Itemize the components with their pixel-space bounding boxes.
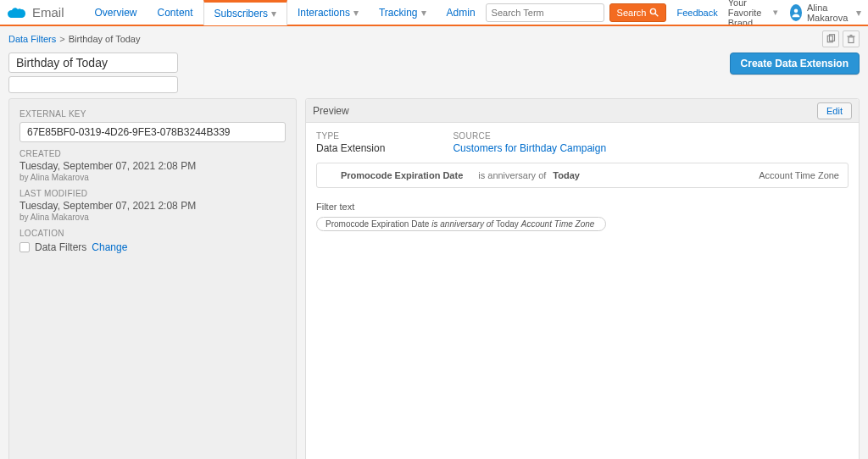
chip-op: is anniversary of bbox=[431, 219, 493, 229]
preview-header: Preview Edit bbox=[306, 99, 859, 123]
search-button-label: Search bbox=[617, 8, 647, 18]
nav-label: Overview bbox=[95, 7, 137, 19]
breadcrumb-sep: > bbox=[59, 34, 64, 44]
search-icon bbox=[649, 8, 659, 17]
modified-label: Last Modified bbox=[19, 189, 286, 198]
salesforce-cloud-icon bbox=[7, 5, 27, 20]
modified-date: Tuesday, September 07, 2021 2:08 PM bbox=[19, 200, 286, 212]
user-menu[interactable]: Alina Makarova ▾ bbox=[790, 3, 861, 23]
preview-type: TYPE Data Extension bbox=[316, 131, 385, 154]
nav-content[interactable]: Content bbox=[147, 0, 203, 25]
filter-operator: is anniversary of bbox=[478, 170, 546, 180]
chip-tz: Account Time Zone bbox=[521, 219, 595, 229]
copy-button[interactable] bbox=[822, 30, 839, 47]
breadcrumb-parent[interactable]: Data Filters bbox=[8, 34, 56, 44]
preview-body: TYPE Data Extension SOURCE Customers for… bbox=[306, 123, 859, 240]
top-bar: Email Overview Content Subscribers▾ Inte… bbox=[0, 0, 868, 25]
preview-title: Preview bbox=[313, 105, 349, 117]
filter-timezone: Account Time Zone bbox=[759, 170, 839, 180]
external-key-label: EXTERNAL KEY bbox=[19, 109, 286, 119]
properties-panel: EXTERNAL KEY Created Tuesday, September … bbox=[8, 98, 297, 459]
nav-label: Content bbox=[158, 7, 193, 19]
nav-tracking[interactable]: Tracking▾ bbox=[369, 0, 437, 25]
brand-label: Your Favorite Brand bbox=[728, 0, 770, 28]
preview-panel: Preview Edit TYPE Data Extension SOURCE … bbox=[305, 98, 860, 459]
search-region: Search bbox=[486, 3, 667, 22]
filter-value: Today bbox=[553, 170, 580, 180]
nav-subscribers[interactable]: Subscribers▾ bbox=[203, 0, 287, 25]
nav-interactions[interactable]: Interactions▾ bbox=[287, 0, 369, 25]
created-date: Tuesday, September 07, 2021 2:08 PM bbox=[19, 160, 286, 172]
folder-icon bbox=[19, 242, 30, 252]
nav-admin[interactable]: Admin bbox=[437, 0, 486, 25]
preview-meta-row: TYPE Data Extension SOURCE Customers for… bbox=[316, 131, 849, 154]
main-content: EXTERNAL KEY Created Tuesday, September … bbox=[0, 98, 868, 459]
svg-point-0 bbox=[651, 8, 656, 14]
chevron-down-icon: ▾ bbox=[773, 7, 778, 18]
external-key-input[interactable] bbox=[19, 122, 286, 142]
filter-desc-input[interactable] bbox=[8, 76, 178, 93]
chevron-down-icon: ▾ bbox=[271, 8, 276, 19]
brand-switcher[interactable]: Your Favorite Brand ▾ bbox=[728, 0, 778, 28]
svg-rect-5 bbox=[849, 37, 854, 43]
chip-field: Promocode Expiration Date bbox=[326, 219, 429, 229]
breadcrumb-current: Birthday of Today bbox=[69, 34, 141, 44]
location-row: Data Filters Change bbox=[19, 241, 286, 253]
user-name: Alina Makarova bbox=[807, 3, 853, 23]
preview-source: SOURCE Customers for Birthday Campaign bbox=[453, 131, 606, 154]
change-location-link[interactable]: Change bbox=[92, 241, 127, 253]
nav-overview[interactable]: Overview bbox=[85, 0, 147, 25]
location-label: LOCATION bbox=[19, 229, 286, 238]
source-label: SOURCE bbox=[453, 131, 606, 141]
chevron-down-icon: ▾ bbox=[856, 7, 861, 19]
svg-point-2 bbox=[794, 8, 798, 13]
created-by: by Alina Makarova bbox=[19, 173, 286, 182]
app-title: Email bbox=[32, 5, 64, 19]
nav-label: Interactions bbox=[298, 7, 350, 19]
nav-label: Admin bbox=[447, 7, 476, 19]
nav-label: Tracking bbox=[379, 7, 418, 19]
type-value: Data Extension bbox=[316, 142, 385, 154]
search-input[interactable] bbox=[486, 3, 604, 22]
feedback-link[interactable]: Feedback bbox=[676, 8, 717, 18]
location-value: Data Filters bbox=[35, 241, 86, 253]
edit-button[interactable]: Edit bbox=[817, 102, 852, 119]
svg-line-1 bbox=[655, 14, 658, 16]
create-data-extension-button[interactable]: Create Data Extension bbox=[730, 53, 860, 75]
avatar-icon bbox=[790, 4, 802, 21]
filter-condition: Promocode Expiration Date is anniversary… bbox=[316, 163, 849, 188]
filter-text-chip: Promocode Expiration Date is anniversary… bbox=[316, 217, 606, 231]
title-row: Create Data Extension bbox=[0, 53, 868, 98]
chevron-down-icon: ▾ bbox=[421, 7, 426, 19]
filter-name-input[interactable] bbox=[8, 53, 178, 73]
search-button[interactable]: Search bbox=[609, 3, 667, 22]
page-actions bbox=[822, 30, 860, 47]
nav-label: Subscribers bbox=[214, 8, 268, 19]
source-link[interactable]: Customers for Birthday Campaign bbox=[453, 142, 606, 154]
delete-button[interactable] bbox=[843, 30, 860, 47]
type-label: TYPE bbox=[316, 131, 385, 141]
main-nav: Overview Content Subscribers▾ Interactio… bbox=[85, 0, 486, 25]
filter-text-label: Filter text bbox=[316, 202, 849, 212]
filter-field: Promocode Expiration Date bbox=[341, 170, 463, 180]
created-label: Created bbox=[19, 149, 286, 158]
breadcrumb: Data Filters > Birthday of Today bbox=[0, 25, 868, 53]
modified-by: by Alina Makarova bbox=[19, 213, 286, 222]
chip-value: Today bbox=[496, 219, 519, 229]
chevron-down-icon: ▾ bbox=[353, 7, 359, 19]
